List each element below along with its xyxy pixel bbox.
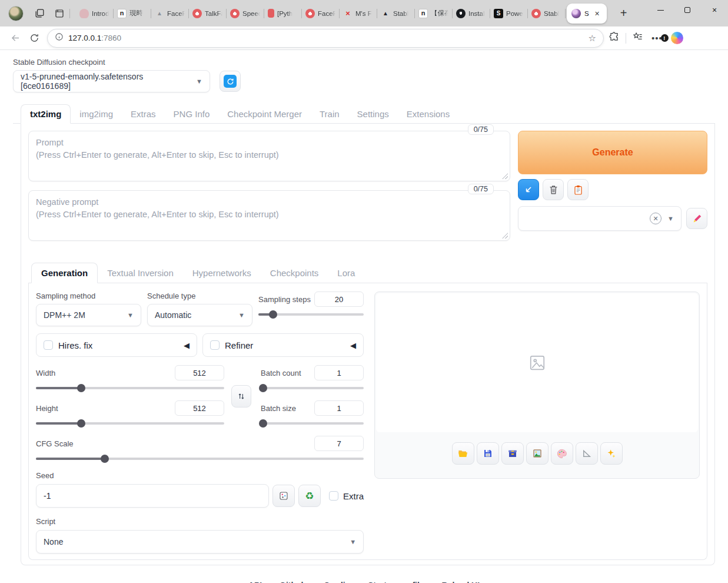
browser-tab[interactable]: Speec xyxy=(227,4,264,23)
subtab-textual-inversion[interactable]: Textual Inversion xyxy=(98,263,183,283)
edit-styles-button[interactable] xyxy=(686,208,707,229)
browser-tab[interactable]: ×M's F xyxy=(340,4,377,23)
sampling-steps-input[interactable]: 20 xyxy=(314,292,364,307)
negative-prompt-input[interactable]: Negative prompt (Press Ctrl+Enter to gen… xyxy=(28,190,510,241)
reuse-seed-button[interactable]: ♻ xyxy=(298,485,321,507)
browser-tab-active[interactable]: S × xyxy=(567,4,607,24)
batch-count-input[interactable]: 1 xyxy=(314,365,364,380)
browser-tab[interactable]: TalkFa xyxy=(189,4,226,23)
tab-checkpoint-merger[interactable]: Checkpoint Merger xyxy=(218,105,311,123)
browser-tab[interactable]: n【保存 xyxy=(415,4,452,23)
extensions-puzzle-icon[interactable] xyxy=(609,31,620,45)
recycle-icon: ♻ xyxy=(305,490,314,502)
close-tab-icon[interactable]: × xyxy=(593,9,602,18)
random-seed-button[interactable] xyxy=(272,485,295,507)
footer-link-gradio[interactable]: Gradio xyxy=(324,581,350,583)
tab-extras[interactable]: Extras xyxy=(122,105,165,123)
height-slider[interactable] xyxy=(36,419,224,428)
subtab-hypernetworks[interactable]: Hypernetworks xyxy=(183,263,261,283)
refiner-accordion[interactable]: Refiner ◀ xyxy=(202,333,364,357)
extra-seed-checkbox[interactable] xyxy=(329,491,338,501)
send-to-extras-button[interactable] xyxy=(576,442,598,465)
schedule-type-dropdown[interactable]: Automatic ▼ xyxy=(147,304,252,326)
script-dropdown[interactable]: None ▼ xyxy=(36,530,364,554)
copilot-icon[interactable] xyxy=(671,32,683,44)
height-input[interactable]: 512 xyxy=(175,400,224,416)
browser-tab[interactable]: n現時 xyxy=(114,4,151,23)
new-tab-button[interactable]: + xyxy=(615,5,633,22)
refresh-checkpoint-button[interactable] xyxy=(220,71,241,92)
clear-styles-icon[interactable]: ✕ xyxy=(650,213,661,224)
maximize-button[interactable] xyxy=(674,0,701,20)
checkpoint-dropdown[interactable]: v1-5-pruned-emaonly.safetensors [6ce0161… xyxy=(13,70,210,92)
browser-profile-avatar[interactable] xyxy=(8,6,24,21)
refresh-icon[interactable] xyxy=(25,29,44,48)
minimize-button[interactable] xyxy=(647,0,674,20)
cfg-scale-input[interactable]: 7 xyxy=(314,436,364,451)
upscale-button[interactable] xyxy=(600,442,623,465)
sampling-method-dropdown[interactable]: DPM++ 2M ▼ xyxy=(36,304,141,326)
framed-picture-icon xyxy=(532,448,543,459)
width-input[interactable]: 512 xyxy=(175,365,224,380)
batch-size-input[interactable]: 1 xyxy=(314,400,364,416)
footer-link-startup-profile[interactable]: Startup profile xyxy=(368,581,424,583)
footer-link-github[interactable]: Github xyxy=(280,581,306,583)
tab-txt2img[interactable]: txt2img xyxy=(21,104,71,124)
resize-handle[interactable] xyxy=(502,173,508,179)
browser-tab[interactable]: Stabl xyxy=(528,4,565,23)
browser-tab[interactable]: ▲FaceF xyxy=(151,4,188,23)
browser-tab[interactable]: Instal xyxy=(453,4,490,23)
prompt-input[interactable]: Prompt (Press Ctrl+Enter to generate, Al… xyxy=(28,131,510,181)
chevron-down-icon: ▼ xyxy=(667,215,674,222)
resize-handle[interactable] xyxy=(502,233,508,238)
footer-link-api[interactable]: API xyxy=(248,581,262,583)
styles-dropdown[interactable]: ✕ ▼ xyxy=(518,206,682,231)
batch-size-slider[interactable] xyxy=(261,419,364,428)
hires-fix-checkbox[interactable] xyxy=(44,340,53,350)
clear-prompt-button[interactable] xyxy=(543,179,564,200)
browser-tab[interactable]: Introd xyxy=(76,4,113,23)
browser-menu-icon[interactable]: •••! xyxy=(649,32,665,44)
address-bar[interactable]: 127.0.0.1:7860 ☆ xyxy=(47,29,604,48)
apply-styles-button[interactable] xyxy=(567,179,589,200)
swap-dimensions-button[interactable] xyxy=(231,385,251,408)
tab-train[interactable]: Train xyxy=(311,105,348,123)
back-icon[interactable] xyxy=(6,29,25,48)
open-folder-button[interactable] xyxy=(452,442,474,465)
hires-fix-accordion[interactable]: Hires. fix ◀ xyxy=(36,333,197,357)
subtab-lora[interactable]: Lora xyxy=(328,263,364,283)
favorite-star-icon[interactable]: ☆ xyxy=(589,33,596,44)
browser-tab-title: FaceF xyxy=(318,10,335,17)
browser-tab[interactable]: SPowe xyxy=(490,4,527,23)
tab-png-info[interactable]: PNG Info xyxy=(165,105,219,123)
tab-settings[interactable]: Settings xyxy=(348,105,398,123)
batch-count-slider[interactable] xyxy=(261,384,364,392)
browser-tab[interactable]: ▲Stabl xyxy=(377,4,414,23)
send-to-inpaint-button[interactable] xyxy=(551,442,573,465)
tab-img2img[interactable]: img2img xyxy=(71,105,122,123)
close-window-button[interactable]: × xyxy=(701,0,728,20)
tab-extensions[interactable]: Extensions xyxy=(398,105,458,123)
triangle-ruler-icon xyxy=(581,448,592,459)
browser-tab[interactable]: FaceF xyxy=(302,4,339,23)
save-zip-button[interactable] xyxy=(501,442,524,465)
favorites-list-icon[interactable] xyxy=(632,31,643,45)
browser-tab[interactable]: [Pyth xyxy=(264,4,301,23)
refiner-checkbox[interactable] xyxy=(210,340,220,350)
site-info-icon[interactable] xyxy=(55,32,64,44)
cfg-scale-slider[interactable] xyxy=(36,455,364,463)
send-to-img2img-button[interactable] xyxy=(526,442,549,465)
workspaces-icon[interactable] xyxy=(29,5,49,22)
paste-generation-params-button[interactable] xyxy=(518,179,539,200)
save-button[interactable] xyxy=(477,442,499,465)
output-image-area[interactable] xyxy=(376,293,698,432)
sampling-steps-slider[interactable] xyxy=(258,310,364,319)
seed-input[interactable]: -1 xyxy=(36,484,269,508)
browser-tabs: Introdn現時▲FaceFTalkFaSpeec[PythFaceF×M's… xyxy=(76,4,566,24)
tab-actions-icon[interactable] xyxy=(49,5,69,22)
generate-button[interactable]: Generate xyxy=(518,131,707,174)
width-slider[interactable] xyxy=(36,384,224,392)
subtab-generation[interactable]: Generation xyxy=(31,263,98,283)
footer-link-reload-ui[interactable]: Reload UI xyxy=(442,581,480,583)
subtab-checkpoints[interactable]: Checkpoints xyxy=(261,263,328,283)
